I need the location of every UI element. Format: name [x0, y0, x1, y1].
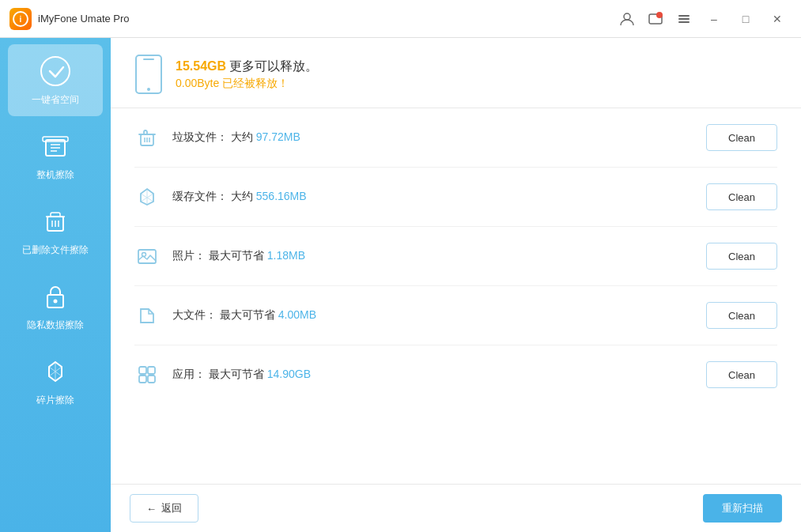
svg-point-20 — [54, 300, 58, 304]
rescan-button[interactable]: 重新扫描 — [703, 494, 782, 523]
clean-junk-button[interactable]: Clean — [706, 124, 777, 151]
svg-rect-5 — [678, 15, 690, 17]
list-item: 大文件： 最大可节省 4.00MB Clean — [134, 286, 777, 345]
content-header: 15.54GB 更多可以释放。 0.00Byte 已经被释放！ — [111, 38, 801, 108]
content-area: 15.54GB 更多可以释放。 0.00Byte 已经被释放！ — [111, 38, 801, 532]
photo-value: 1.18MB — [267, 249, 305, 262]
cache-icon — [134, 184, 160, 209]
list-item: 照片： 最大可节省 1.18MB Clean — [134, 227, 777, 286]
item-text-app: 应用： 最大可节省 14.90GB — [172, 368, 693, 382]
svg-point-23 — [147, 88, 150, 91]
sidebar-item-one-key[interactable]: 一键省空间 — [8, 44, 103, 116]
sidebar-label-privacy-clean: 隐私数据擦除 — [27, 319, 84, 332]
item-text-photo: 照片： 最大可节省 1.18MB — [172, 249, 693, 263]
sidebar-label-deleted-clean: 已删除文件擦除 — [22, 243, 89, 257]
cache-label: 缓存文件： 大约 — [172, 190, 256, 202]
deleted-clean-icon — [38, 204, 73, 239]
titlebar: i iMyFone Umate Pro – □ ✕ — [0, 0, 801, 38]
svg-point-4 — [656, 12, 663, 18]
large-label: 大文件： 最大可节省 — [172, 308, 278, 321]
item-text-junk: 垃圾文件： 大约 97.72MB — [172, 130, 693, 145]
photo-icon — [134, 243, 160, 269]
message-icon-btn[interactable] — [643, 6, 668, 32]
svg-rect-32 — [139, 375, 146, 383]
svg-point-2 — [624, 13, 630, 20]
item-text-cache: 缓存文件： 大约 556.16MB — [172, 190, 693, 204]
header-line1-suffix: 更多可以释放。 — [226, 59, 318, 73]
sidebar-item-deleted-clean[interactable]: 已删除文件擦除 — [8, 194, 103, 266]
sidebar: 一键省空间 整机擦除 — [0, 38, 111, 532]
privacy-clean-icon — [38, 279, 73, 314]
header-line1: 15.54GB 更多可以释放。 — [176, 58, 319, 75]
back-label: 返回 — [161, 501, 182, 515]
large-value: 4.00MB — [278, 308, 316, 321]
svg-rect-7 — [678, 21, 690, 23]
full-clean-icon — [38, 129, 73, 164]
maximize-btn[interactable]: □ — [731, 6, 760, 32]
clean-app-button[interactable]: Clean — [706, 361, 777, 388]
app-title: iMyFone Umate Pro — [38, 13, 614, 25]
app-label: 应用： 最大可节省 — [172, 368, 267, 380]
svg-rect-6 — [678, 18, 690, 20]
one-key-icon — [38, 54, 73, 89]
item-text-large: 大文件： 最大可节省 4.00MB — [172, 308, 693, 323]
app-icon — [134, 362, 160, 387]
minimize-btn[interactable]: – — [700, 6, 728, 32]
trash-icon — [134, 125, 160, 150]
content-footer: ← 返回 重新扫描 — [111, 484, 801, 532]
user-icon-btn[interactable] — [614, 6, 640, 32]
sidebar-item-fragment-clean[interactable]: 碎片擦除 — [8, 345, 103, 417]
sidebar-label-full-clean: 整机擦除 — [36, 168, 74, 182]
close-btn[interactable]: ✕ — [763, 6, 792, 32]
fragment-clean-icon — [38, 354, 73, 389]
svg-rect-33 — [148, 375, 155, 383]
main-layout: 一键省空间 整机擦除 — [0, 38, 801, 532]
svg-text:i: i — [20, 15, 22, 24]
svg-rect-28 — [138, 250, 156, 263]
junk-value: 97.72MB — [256, 130, 300, 143]
titlebar-actions: – □ ✕ — [614, 6, 792, 32]
photo-label: 照片： 最大可节省 — [172, 249, 267, 262]
back-button[interactable]: ← 返回 — [130, 494, 198, 523]
header-line2: 0.00Byte 已经被释放！ — [176, 77, 319, 91]
sidebar-item-privacy-clean[interactable]: 隐私数据擦除 — [8, 270, 103, 341]
sidebar-item-full-clean[interactable]: 整机擦除 — [8, 119, 103, 191]
phone-icon — [134, 54, 163, 95]
clean-photo-button[interactable]: Clean — [706, 243, 777, 270]
svg-rect-21 — [136, 55, 161, 93]
app-value: 14.90GB — [267, 368, 311, 380]
app-logo: i — [9, 8, 32, 30]
list-item: 应用： 最大可节省 14.90GB Clean — [134, 345, 777, 404]
clean-cache-button[interactable]: Clean — [706, 183, 777, 210]
menu-icon-btn[interactable] — [671, 6, 697, 32]
clean-large-button[interactable]: Clean — [706, 302, 777, 329]
header-text: 15.54GB 更多可以释放。 0.00Byte 已经被释放！ — [176, 58, 319, 91]
back-arrow-icon: ← — [146, 503, 157, 515]
items-list: 垃圾文件： 大约 97.72MB Clean 缓存文件： 大约 556.16MB… — [111, 108, 801, 484]
sidebar-label-one-key: 一键省空间 — [32, 93, 79, 107]
cache-value: 556.16MB — [256, 190, 307, 202]
junk-label: 垃圾文件： 大约 — [172, 130, 256, 143]
svg-point-8 — [41, 57, 70, 85]
svg-rect-31 — [148, 367, 155, 374]
svg-rect-30 — [139, 367, 146, 374]
list-item: 缓存文件： 大约 556.16MB Clean — [134, 168, 777, 227]
large-file-icon — [134, 303, 160, 328]
free-size: 15.54GB — [176, 59, 226, 73]
sidebar-label-fragment-clean: 碎片擦除 — [36, 394, 74, 407]
list-item: 垃圾文件： 大约 97.72MB Clean — [134, 108, 777, 168]
